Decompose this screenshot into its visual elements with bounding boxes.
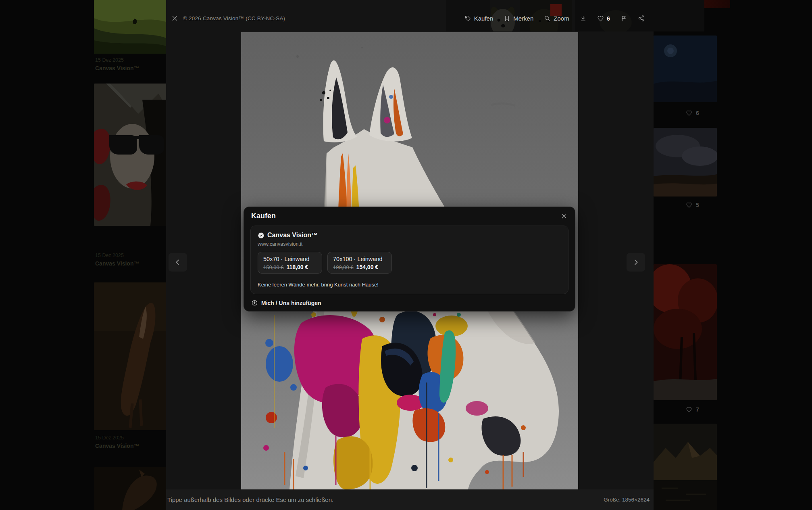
offer-old-price: 199,00 € bbox=[333, 264, 354, 270]
caption-author: Canvas Vision™ bbox=[95, 442, 164, 450]
gallery-thumb-landscape bbox=[94, 0, 167, 54]
seller-row[interactable]: Canvas Vision™ bbox=[258, 232, 318, 239]
heart-icon bbox=[597, 15, 604, 22]
caption-author: Canvas Vision™ bbox=[95, 64, 164, 73]
rocks-thumb-art bbox=[654, 424, 717, 510]
autumn-thumb-art bbox=[654, 264, 717, 400]
offers-row: 50x70 · Leinwand 150,00 € 118,00 € 70x10… bbox=[258, 252, 392, 274]
buy-label: Kaufen bbox=[474, 15, 493, 22]
gallery-thumb-running-horse bbox=[94, 282, 167, 430]
offer-label: 70x100 · Leinwand bbox=[333, 256, 386, 262]
offer-button-70x100[interactable]: 70x100 · Leinwand 199,00 € 154,00 € bbox=[327, 252, 392, 274]
zoom-button[interactable]: Zoom bbox=[544, 15, 569, 22]
seller-tagline: Keine leeren Wände mehr, bring Kunst nac… bbox=[258, 282, 379, 288]
offer-prices: 199,00 € 154,00 € bbox=[333, 264, 386, 270]
next-image-button[interactable] bbox=[627, 253, 645, 272]
buy-dialog: Kaufen Canvas Vision™ www.canvasvision.i… bbox=[244, 207, 575, 311]
horse-thumb-art bbox=[94, 282, 167, 430]
caption-date: 15 Dez 2025 bbox=[95, 252, 164, 259]
close-icon bbox=[171, 15, 178, 22]
offer-prices: 150,00 € 118,00 € bbox=[263, 264, 316, 270]
copyright-text: © 2026 Canvas Vision™ (CC BY-NC-SA) bbox=[183, 15, 285, 21]
bookmark-icon bbox=[504, 15, 510, 22]
gallery-thumb-night bbox=[654, 36, 717, 102]
like-count: 5 bbox=[696, 202, 699, 208]
caption-date: 15 Dez 2025 bbox=[95, 56, 164, 64]
seller-offer-card: Canvas Vision™ www.canvasvision.it 50x70… bbox=[250, 226, 568, 294]
previous-image-button[interactable] bbox=[169, 253, 187, 272]
download-button[interactable] bbox=[580, 15, 587, 22]
verified-badge-icon bbox=[258, 232, 264, 239]
close-hint-text: Tippe außerhalb des Bildes oder drücke E… bbox=[166, 496, 333, 503]
popart-thumb-art bbox=[94, 84, 167, 226]
close-lightbox-button[interactable] bbox=[169, 12, 181, 24]
offer-price: 154,00 € bbox=[356, 264, 379, 270]
offer-price: 118,00 € bbox=[287, 264, 308, 270]
image-size-label: Größe: 1856×2624 bbox=[604, 497, 654, 503]
offer-label: 50x70 · Leinwand bbox=[263, 256, 316, 262]
clouds-thumb-art bbox=[654, 128, 717, 196]
add-label: Mich / Uns hinzufügen bbox=[261, 300, 321, 306]
gallery-thumb-horse-head bbox=[94, 467, 167, 510]
caption-date: 15 Dez 2025 bbox=[95, 434, 164, 442]
like-badge: 7 bbox=[686, 406, 699, 413]
magnifier-icon bbox=[544, 15, 551, 22]
buy-button[interactable]: Kaufen bbox=[464, 15, 493, 22]
topbar-actions: Kaufen Merken Zoom 6 bbox=[464, 0, 645, 36]
dialog-close-button[interactable] bbox=[559, 211, 569, 222]
seller-name: Canvas Vision™ bbox=[267, 232, 318, 239]
tag-icon bbox=[464, 15, 471, 22]
offer-button-50x70[interactable]: 50x70 · Leinwand 150,00 € 118,00 € bbox=[258, 252, 322, 274]
night-thumb-art bbox=[654, 36, 717, 102]
heart-icon bbox=[686, 110, 692, 116]
plus-circle-icon bbox=[251, 299, 258, 306]
gallery-thumb-autumn bbox=[654, 264, 717, 400]
chevron-left-icon bbox=[173, 258, 182, 267]
gallery-thumb-clouds bbox=[654, 128, 717, 196]
share-button[interactable] bbox=[638, 15, 645, 22]
like-count: 6 bbox=[607, 15, 610, 22]
share-icon bbox=[638, 15, 645, 22]
report-button[interactable] bbox=[620, 15, 627, 22]
gallery-caption: 15 Dez 2025 Canvas Vision™ bbox=[95, 434, 164, 450]
heart-icon bbox=[686, 202, 692, 208]
horse-head-thumb-art bbox=[94, 467, 167, 510]
landscape-thumb-art bbox=[94, 0, 167, 54]
like-count: 7 bbox=[696, 406, 699, 413]
lightbox-footer: Tippe außerhalb des Bildes oder drücke E… bbox=[166, 489, 654, 510]
gallery-thumb-popart-woman bbox=[94, 84, 167, 226]
caption-author: Canvas Vision™ bbox=[95, 259, 164, 268]
seller-url: www.canvasvision.it bbox=[258, 241, 302, 247]
zoom-label: Zoom bbox=[554, 15, 569, 22]
close-icon bbox=[561, 213, 567, 219]
topbar-left: © 2026 Canvas Vision™ (CC BY-NC-SA) bbox=[166, 0, 285, 36]
heart-icon bbox=[686, 406, 692, 413]
add-me-us-button[interactable]: Mich / Uns hinzufügen bbox=[251, 299, 321, 306]
chevron-right-icon bbox=[631, 258, 640, 267]
dialog-title: Kaufen bbox=[251, 212, 276, 220]
gallery-caption: 15 Dez 2025 Canvas Vision™ bbox=[95, 56, 164, 73]
bookmark-label: Merken bbox=[513, 15, 533, 22]
download-icon bbox=[580, 15, 587, 22]
gallery-caption: 15 Dez 2025 Canvas Vision™ bbox=[95, 252, 164, 268]
flag-icon bbox=[620, 15, 627, 22]
like-button[interactable]: 6 bbox=[597, 15, 610, 22]
lightbox-topbar: © 2026 Canvas Vision™ (CC BY-NC-SA) Kauf… bbox=[166, 0, 654, 36]
like-badge: 6 bbox=[686, 110, 699, 116]
lightbox-page: 15 Dez 2025 Canvas Vision™ 15 Dez 2025 C… bbox=[0, 0, 812, 510]
gallery-thumb-rocks bbox=[654, 424, 717, 510]
offer-old-price: 150,00 € bbox=[263, 264, 284, 270]
bookmark-button[interactable]: Merken bbox=[504, 15, 533, 22]
like-count: 6 bbox=[696, 110, 699, 116]
like-badge: 5 bbox=[686, 202, 699, 208]
